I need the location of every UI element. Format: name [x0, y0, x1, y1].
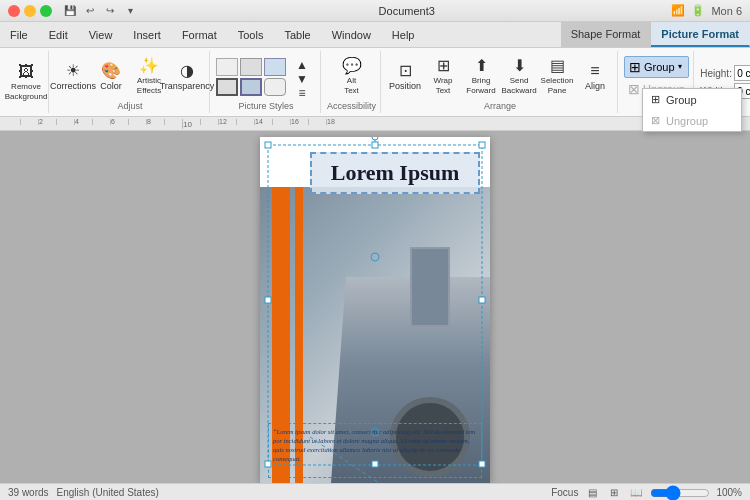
selection-pane-label: SelectionPane: [541, 76, 574, 95]
save-icon[interactable]: 💾: [62, 3, 78, 19]
style-swatch-6[interactable]: [264, 78, 286, 96]
view-read-button[interactable]: 📖: [628, 486, 644, 500]
view-print-button[interactable]: ▤: [584, 486, 600, 500]
style-swatch-4[interactable]: [216, 78, 238, 96]
style-swatches: [216, 58, 286, 96]
ruler-mark-18: 18: [326, 119, 344, 125]
artistic-icon: ✨: [139, 58, 159, 74]
group-menu-label: Group: [666, 94, 697, 106]
align-button[interactable]: ≡ Align: [577, 56, 613, 98]
color-button[interactable]: 🎨 Color: [93, 56, 129, 98]
position-button[interactable]: ⊡ Position: [387, 56, 423, 98]
group-picture-styles: ▲ ▼ ≡ Picture Styles: [212, 51, 321, 113]
send-backward-label: SendBackward: [501, 76, 536, 95]
undo-icon[interactable]: ↩: [82, 3, 98, 19]
caption-box[interactable]: “Lorem ipsum dolor sit amet, consectetur…: [268, 423, 482, 478]
ruler-mark-7: [128, 119, 146, 125]
align-label: Align: [585, 81, 605, 91]
styles-content: ▲ ▼ ≡: [216, 55, 316, 99]
transparency-button[interactable]: ◑ Transparency: [169, 56, 205, 98]
tab-file[interactable]: File: [0, 22, 39, 47]
focus-label[interactable]: Focus: [551, 487, 578, 498]
ruler-mark-3: [56, 119, 74, 125]
ruler-mark-14: 14: [254, 119, 272, 125]
wifi-icon: 📶: [671, 4, 685, 17]
group-arrange: ⊡ Position ⊞ WrapText ⬆ BringForward ⬇ S…: [383, 51, 618, 113]
alt-text-icon: 💬: [342, 58, 362, 74]
language: English (United States): [57, 487, 159, 498]
ruler-mark-11: [200, 119, 218, 125]
corrections-button[interactable]: ☀ Corrections: [55, 56, 91, 98]
battery-icon: 🔋: [691, 4, 705, 17]
tab-tools[interactable]: Tools: [228, 22, 275, 47]
tab-edit[interactable]: Edit: [39, 22, 79, 47]
title-text-box[interactable]: Lorem Ipsum: [310, 152, 480, 194]
tab-view[interactable]: View: [79, 22, 124, 47]
wrap-text-button[interactable]: ⊞ WrapText: [425, 56, 461, 98]
ruler-mark-2: 2: [38, 119, 56, 125]
word-count: 39 words: [8, 487, 49, 498]
remove-background-button[interactable]: 🖼 RemoveBackground: [8, 62, 44, 104]
maximize-button[interactable]: [40, 5, 52, 17]
styles-down-button[interactable]: ▼: [288, 72, 316, 86]
ruler-mark-9: [164, 119, 182, 125]
style-swatch-3[interactable]: [264, 58, 286, 76]
group-menu-item[interactable]: ⊞ Group: [643, 89, 741, 110]
remove-bg-icon: 🖼: [18, 64, 34, 80]
customize-icon[interactable]: ▾: [122, 3, 138, 19]
caption-text: “Lorem ipsum dolor sit amet, consectetur…: [269, 424, 481, 466]
caption-content: “Lorem ipsum dolor sit amet, consectetur…: [273, 428, 475, 462]
tab-insert[interactable]: Insert: [123, 22, 172, 47]
styles-up-button[interactable]: ▲: [288, 58, 316, 72]
ruler-mark-1: [20, 119, 38, 125]
group-dropdown-arrow: ▾: [678, 62, 682, 71]
height-label: Height:: [700, 68, 730, 79]
style-arrows: ▲ ▼ ≡: [288, 58, 316, 96]
bring-forward-button[interactable]: ⬆ BringForward: [463, 56, 499, 98]
selection-pane-button[interactable]: ▤ SelectionPane: [539, 56, 575, 98]
transparency-icon: ◑: [180, 63, 194, 79]
ruler-mark-16: 16: [290, 119, 308, 125]
redo-icon[interactable]: ↪: [102, 3, 118, 19]
adjust-label: Adjust: [117, 101, 142, 111]
page-content: Lorem Ipsum: [260, 137, 490, 483]
style-swatch-1[interactable]: [216, 58, 238, 76]
minimize-button[interactable]: [24, 5, 36, 17]
ungroup-menu-label: Ungroup: [666, 115, 708, 127]
close-button[interactable]: [8, 5, 20, 17]
group-dropdown-menu: ⊞ Group ⊠ Ungroup: [642, 88, 742, 132]
bring-forward-label: BringForward: [466, 76, 495, 95]
horizontal-ruler: 2 4 6 8 10 12 14 16 18: [0, 117, 750, 131]
accessibility-content: 💬 AltText: [334, 55, 370, 99]
style-row1: [216, 58, 286, 76]
ribbon: File Edit View Insert Format Tools Table…: [0, 22, 750, 117]
tab-window[interactable]: Window: [322, 22, 382, 47]
tab-picture-format[interactable]: Picture Format: [651, 22, 750, 47]
style-swatch-2[interactable]: [240, 58, 262, 76]
height-input[interactable]: [734, 65, 750, 81]
wrap-label: WrapText: [434, 76, 453, 95]
alt-text-label: AltText: [344, 76, 359, 95]
zoom-slider[interactable]: [650, 488, 710, 498]
artistic-effects-button[interactable]: ✨ ArtisticEffects: [131, 56, 167, 98]
tab-help[interactable]: Help: [382, 22, 426, 47]
tab-shape-format[interactable]: Shape Format: [561, 22, 652, 47]
arrange-label: Arrange: [484, 101, 516, 111]
style-swatch-5[interactable]: [240, 78, 262, 96]
view-web-button[interactable]: ⊞: [606, 486, 622, 500]
group-icon: ⊞: [629, 59, 641, 75]
group-accessibility: 💬 AltText Accessibility: [323, 51, 381, 113]
group-button[interactable]: ⊞ Group ▾: [624, 56, 689, 78]
title-bar: 💾 ↩ ↪ ▾ Document3 📶 🔋 Mon 6: [0, 0, 750, 22]
corrections-icon: ☀: [66, 63, 80, 79]
group-button-label: Group: [644, 61, 675, 73]
tab-format[interactable]: Format: [172, 22, 228, 47]
tab-table[interactable]: Table: [274, 22, 321, 47]
alt-text-button[interactable]: 💬 AltText: [334, 56, 370, 98]
document-area: 2 4 6 8 10 12 14 16 18: [0, 117, 750, 483]
ruler-mark-12: 12: [218, 119, 236, 125]
position-icon: ⊡: [399, 63, 412, 79]
ruler-mark-10: 10: [182, 119, 200, 129]
styles-more-button[interactable]: ≡: [288, 86, 316, 100]
send-backward-button[interactable]: ⬇ SendBackward: [501, 56, 537, 98]
